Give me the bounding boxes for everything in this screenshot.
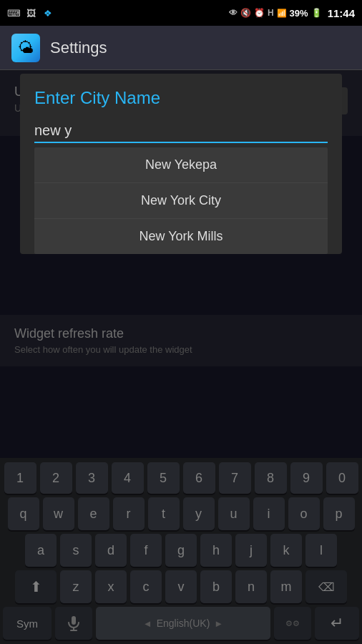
app-title: Settings <box>50 39 107 57</box>
clock: 11:44 <box>328 7 355 19</box>
status-right-icons: 👁 🔇 ⏰ H 📶 39% 🔋 11:44 <box>229 7 355 19</box>
h-icon: H <box>268 8 274 18</box>
dialog-title: Enter City Name <box>34 88 328 108</box>
signal-icon: 📶 <box>277 9 287 18</box>
suggestions-list: New Yekepa New York City New York Mills <box>34 147 328 254</box>
keyboard-icon: ⌨ <box>7 6 20 19</box>
status-bar: ⌨ 🖼 ❖ 👁 🔇 ⏰ H 📶 39% 🔋 11:44 <box>0 0 362 26</box>
status-left-icons: ⌨ 🖼 ❖ <box>7 6 54 19</box>
battery-icon: 🔋 <box>311 8 322 18</box>
app-header: 🌤 Settings <box>0 26 362 70</box>
suggestion-new-yekepa[interactable]: New Yekepa <box>34 147 328 183</box>
app-icon: 🌤 <box>11 34 40 62</box>
app-icon-emoji: 🌤 <box>18 39 34 57</box>
image-icon: 🖼 <box>24 6 37 19</box>
mute-icon: 🔇 <box>240 8 251 18</box>
city-name-input[interactable] <box>34 119 328 143</box>
alarm-icon: ⏰ <box>254 8 265 18</box>
enter-city-dialog: Enter City Name New Yekepa New York City… <box>20 74 342 254</box>
suggestion-new-york-city[interactable]: New York City <box>34 183 328 219</box>
dropbox-icon: ❖ <box>41 6 54 19</box>
battery-percentage: 39% <box>290 8 308 19</box>
eye-icon: 👁 <box>229 8 238 18</box>
suggestion-new-york-mills[interactable]: New York Mills <box>34 219 328 254</box>
